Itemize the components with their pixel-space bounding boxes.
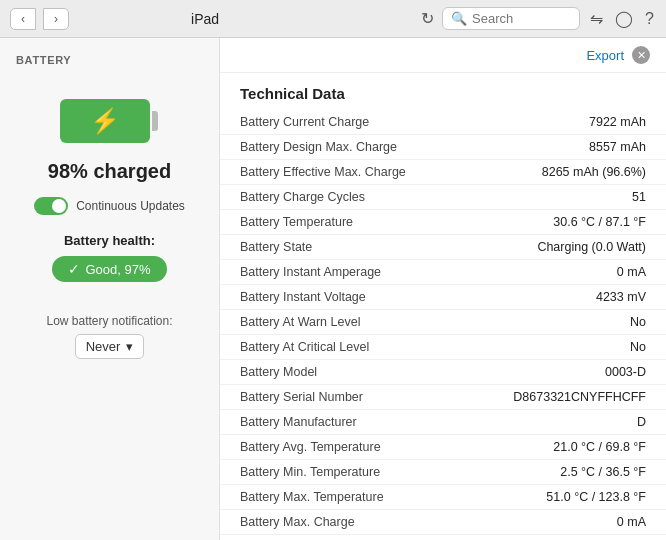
data-table: Battery Current Charge7922 mAhBattery De… <box>220 110 666 540</box>
continuous-updates-row: Continuous Updates <box>34 197 185 215</box>
switch-icon-button[interactable]: ⇋ <box>588 7 605 30</box>
row-value: No <box>465 310 666 335</box>
health-badge: ✓ Good, 97% <box>52 256 166 282</box>
row-value: Charging (0.0 Watt) <box>465 235 666 260</box>
battery-tip <box>152 111 158 131</box>
low-battery-label: Low battery notification: <box>46 314 172 328</box>
table-row: Battery Instant Voltage4233 mV <box>220 285 666 310</box>
table-row: Battery Effective Max. Charge8265 mAh (9… <box>220 160 666 185</box>
window-title: iPad <box>0 11 413 27</box>
never-dropdown[interactable]: Never ▾ <box>75 334 145 359</box>
health-section: Battery health: ✓ Good, 97% <box>52 233 166 282</box>
titlebar: ‹ › iPad ↻ 🔍 ⇋ ◯ ? <box>0 0 666 38</box>
health-title: Battery health: <box>52 233 166 248</box>
row-label: Battery Max. Charge <box>220 510 465 535</box>
row-label: Battery Temperature <box>220 210 465 235</box>
table-row: Battery Max. Discharge0 mA <box>220 535 666 541</box>
table-row: Battery At Critical LevelNo <box>220 335 666 360</box>
charge-text: 98% charged <box>48 160 171 183</box>
table-row: Battery Max. Charge0 mA <box>220 510 666 535</box>
row-value: 21.0 °C / 69.8 °F <box>465 435 666 460</box>
row-value: 0 mA <box>465 535 666 541</box>
right-panel: Export ✕ Technical Data Battery Current … <box>220 38 666 540</box>
row-value: 8557 mAh <box>465 135 666 160</box>
row-label: Battery Instant Voltage <box>220 285 465 310</box>
battery-display: ⚡ 98% charged Continuous Updates Battery… <box>0 76 219 375</box>
health-value: Good, 97% <box>85 262 150 277</box>
battery-body: ⚡ <box>60 99 150 143</box>
sidebar: BATTERY ⚡ 98% charged Continuous Updates… <box>0 38 220 540</box>
row-value: No <box>465 335 666 360</box>
low-battery-section: Low battery notification: Never ▾ <box>30 314 188 359</box>
row-label: Battery Model <box>220 360 465 385</box>
row-value: 51 <box>465 185 666 210</box>
row-label: Battery Effective Max. Charge <box>220 160 465 185</box>
row-label: Battery Manufacturer <box>220 410 465 435</box>
row-label: Battery Avg. Temperature <box>220 435 465 460</box>
row-label: Battery Charge Cycles <box>220 185 465 210</box>
panel-header: Export ✕ <box>220 38 666 73</box>
row-value: 7922 mAh <box>465 110 666 135</box>
table-row: Battery StateCharging (0.0 Watt) <box>220 235 666 260</box>
row-label: Battery State <box>220 235 465 260</box>
refresh-button[interactable]: ↻ <box>421 9 434 28</box>
tech-data-title: Technical Data <box>220 73 666 110</box>
search-input[interactable] <box>472 11 571 26</box>
table-row: Battery Min. Temperature2.5 °C / 36.5 °F <box>220 460 666 485</box>
table-row: Battery At Warn LevelNo <box>220 310 666 335</box>
row-label: Battery Instant Amperage <box>220 260 465 285</box>
battery-icon: ⚡ <box>60 96 160 146</box>
main-content: BATTERY ⚡ 98% charged Continuous Updates… <box>0 38 666 540</box>
user-icon-button[interactable]: ◯ <box>613 7 635 30</box>
row-label: Battery Serial Number <box>220 385 465 410</box>
table-row: Battery Charge Cycles51 <box>220 185 666 210</box>
table-row: Battery Model0003-D <box>220 360 666 385</box>
row-label: Battery Design Max. Charge <box>220 135 465 160</box>
health-check-icon: ✓ <box>68 261 80 277</box>
toolbar-right: ↻ 🔍 ⇋ ◯ ? <box>421 7 656 30</box>
chevron-down-icon: ▾ <box>126 339 133 354</box>
row-value: 30.6 °C / 87.1 °F <box>465 210 666 235</box>
never-label: Never <box>86 339 121 354</box>
continuous-updates-toggle[interactable] <box>34 197 68 215</box>
row-value: 0 mA <box>465 510 666 535</box>
row-value: D8673321CNYFFHCFF <box>465 385 666 410</box>
help-icon-button[interactable]: ? <box>643 8 656 30</box>
row-label: Battery Max. Temperature <box>220 485 465 510</box>
table-row: Battery Serial NumberD8673321CNYFFHCFF <box>220 385 666 410</box>
search-icon: 🔍 <box>451 11 467 26</box>
table-row: Battery Current Charge7922 mAh <box>220 110 666 135</box>
row-value: D <box>465 410 666 435</box>
table-row: Battery ManufacturerD <box>220 410 666 435</box>
table-row: Battery Temperature30.6 °C / 87.1 °F <box>220 210 666 235</box>
table-row: Battery Max. Temperature51.0 °C / 123.8 … <box>220 485 666 510</box>
sidebar-section-title: BATTERY <box>0 54 219 76</box>
row-value: 51.0 °C / 123.8 °F <box>465 485 666 510</box>
table-row: Battery Instant Amperage0 mA <box>220 260 666 285</box>
row-value: 0 mA <box>465 260 666 285</box>
row-label: Battery Max. Discharge <box>220 535 465 541</box>
row-label: Battery Current Charge <box>220 110 465 135</box>
export-button[interactable]: Export <box>586 48 624 63</box>
row-value: 8265 mAh (96.6%) <box>465 160 666 185</box>
table-row: Battery Avg. Temperature21.0 °C / 69.8 °… <box>220 435 666 460</box>
row-label: Battery Min. Temperature <box>220 460 465 485</box>
close-button[interactable]: ✕ <box>632 46 650 64</box>
row-label: Battery At Warn Level <box>220 310 465 335</box>
table-row: Battery Design Max. Charge8557 mAh <box>220 135 666 160</box>
battery-bolt-icon: ⚡ <box>90 109 120 133</box>
row-value: 2.5 °C / 36.5 °F <box>465 460 666 485</box>
search-box: 🔍 <box>442 7 580 30</box>
toggle-knob <box>52 199 66 213</box>
row-value: 0003-D <box>465 360 666 385</box>
row-label: Battery At Critical Level <box>220 335 465 360</box>
row-value: 4233 mV <box>465 285 666 310</box>
continuous-updates-label: Continuous Updates <box>76 199 185 213</box>
